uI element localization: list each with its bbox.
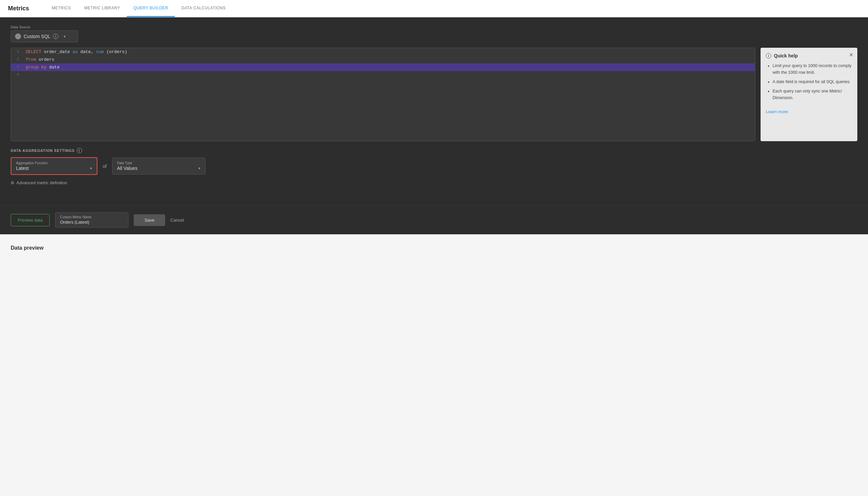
advanced-metric-label: Advanced metric definition xyxy=(16,180,67,185)
aggregation-settings-section: DATA AGGREGATION SETTINGS i Aggregation … xyxy=(11,148,857,185)
quick-help-tip-2: A date field is required for all SQL que… xyxy=(773,78,852,85)
of-label: of xyxy=(103,164,107,169)
gear-icon: ⚙ xyxy=(11,181,14,185)
data-source-value: Custom SQL xyxy=(24,34,50,39)
tab-metric-library[interactable]: METRIC LIBRARY xyxy=(78,0,127,17)
aggregation-function-label: Aggregation Function xyxy=(16,161,92,165)
advanced-metric-toggle[interactable]: ⚙ Advanced metric definition xyxy=(11,180,857,185)
tab-metrics[interactable]: METRICS xyxy=(45,0,78,17)
data-type-label: Data Type xyxy=(117,161,200,165)
app-title: Metrics xyxy=(8,5,29,12)
database-icon xyxy=(15,33,21,40)
custom-metric-name-label: Custom Metric Name xyxy=(60,215,124,219)
top-navigation: Metrics METRICS METRIC LIBRARY QUERY BUI… xyxy=(0,0,868,17)
data-source-container: Data Source Custom SQL i ▾ xyxy=(11,25,857,42)
quick-help-tip-1: Limit your query to 1000 records to comp… xyxy=(773,62,852,76)
aggregation-controls-row: Aggregation Function Latest ▾ of Data Ty… xyxy=(11,157,857,175)
main-content-area: Data Source Custom SQL i ▾ 1 SELECT orde… xyxy=(0,17,868,205)
nav-tabs: METRICS METRIC LIBRARY QUERY BUILDER DAT… xyxy=(45,0,232,17)
save-button[interactable]: Save xyxy=(134,214,165,226)
code-editor[interactable]: 1 SELECT order_date as date, sum (orders… xyxy=(11,48,755,141)
tab-data-calculations[interactable]: DATA CALCULATIONS xyxy=(175,0,232,17)
quick-help-info-icon: i xyxy=(766,53,771,58)
data-preview-title: Data preview xyxy=(11,245,857,251)
data-type-chevron: ▾ xyxy=(198,166,200,171)
quick-help-panel: i Quick help ✕ Limit your query to 1000 … xyxy=(760,48,857,141)
aggregation-function-chevron: ▾ xyxy=(90,166,92,171)
quick-help-tip-3: Each query can only sync one Metric/ Dim… xyxy=(773,88,852,101)
learn-more-link[interactable]: Learn more xyxy=(766,109,788,114)
data-preview-section: Data preview xyxy=(0,234,868,262)
data-source-label: Data Source xyxy=(11,25,857,29)
info-icon: i xyxy=(53,34,59,39)
action-bar: Preview data Custom Metric Name Save Can… xyxy=(0,205,868,234)
quick-help-title: Quick help xyxy=(774,53,798,58)
cancel-button[interactable]: Cancel xyxy=(171,218,184,223)
quick-help-list: Limit your query to 1000 records to comp… xyxy=(766,62,852,101)
data-source-selector[interactable]: Custom SQL i ▾ xyxy=(11,30,78,42)
data-type-value: All Values xyxy=(117,166,138,171)
code-line-2: 2 from orders xyxy=(11,56,755,63)
code-line-1: 1 SELECT order_date as date, sum (orders… xyxy=(11,48,755,56)
aggregation-settings-label: DATA AGGREGATION SETTINGS i xyxy=(11,148,857,153)
code-line-4: 4 xyxy=(11,71,755,79)
code-line-3: 3 group by date xyxy=(11,63,755,71)
code-editor-wrapper: 1 SELECT order_date as date, sum (orders… xyxy=(11,48,857,141)
close-quick-help-button[interactable]: ✕ xyxy=(849,52,853,58)
custom-metric-name-field[interactable]: Custom Metric Name xyxy=(55,212,128,228)
quick-help-header: i Quick help xyxy=(766,53,852,58)
aggregation-function-dropdown[interactable]: Aggregation Function Latest ▾ xyxy=(11,157,97,175)
aggregation-function-value: Latest xyxy=(16,166,29,171)
agg-settings-info-icon: i xyxy=(77,148,82,153)
data-type-dropdown[interactable]: Data Type All Values ▾ xyxy=(112,157,206,174)
chevron-down-icon: ▾ xyxy=(64,34,66,39)
preview-data-button[interactable]: Preview data xyxy=(11,214,50,226)
tab-query-builder[interactable]: QUERY BUILDER xyxy=(127,0,175,17)
custom-metric-name-input[interactable] xyxy=(60,220,124,224)
